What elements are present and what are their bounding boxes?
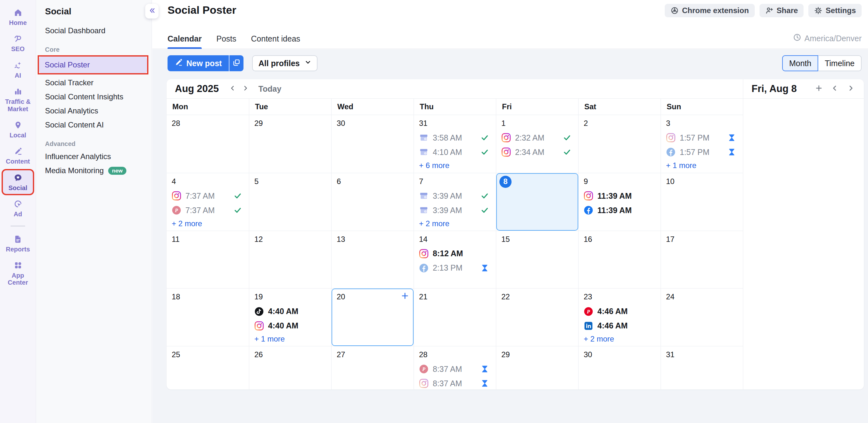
rail-item-reports[interactable]: Reports — [3, 232, 33, 255]
post-entry-google-business[interactable]: G3:39 AM — [419, 189, 491, 203]
rail-item-content[interactable]: Content — [3, 144, 33, 167]
post-entry-tiktok[interactable]: 4:40 AM — [254, 304, 327, 318]
day-cell-7[interactable]: 7G3:39 AMG3:39 AM+ 2 more — [413, 173, 496, 231]
view-toggle-month[interactable]: Month — [782, 55, 818, 71]
day-cell-5[interactable]: 5 — [249, 173, 331, 231]
post-entry-instagram[interactable]: 1:57 PM — [666, 131, 738, 145]
more-posts-link[interactable]: + 6 more — [419, 161, 491, 170]
post-entry-instagram[interactable]: 2:34 AM — [501, 145, 574, 160]
post-entry-facebook[interactable]: 1:57 PM — [666, 145, 738, 160]
day-cell-27[interactable]: 27 — [331, 346, 413, 390]
settings-button[interactable]: Settings — [808, 4, 862, 17]
add-post-button[interactable] — [401, 292, 409, 301]
rail-item-home[interactable]: Home — [3, 5, 33, 29]
sidebar-item-social-tracker[interactable]: Social Tracker — [45, 76, 152, 90]
day-cell-13[interactable]: 13 — [331, 231, 413, 288]
day-cell-25[interactable]: 25 — [166, 346, 249, 390]
post-entry-instagram[interactable]: 2:32 AM — [501, 131, 574, 145]
rail-item-ad[interactable]: Ad — [3, 196, 33, 220]
rail-item-seo[interactable]: SEO — [3, 31, 33, 55]
sidebar-item-social-dashboard[interactable]: Social Dashboard — [45, 24, 152, 38]
next-day-button[interactable] — [846, 84, 856, 94]
post-entry-instagram[interactable]: 4:40 AM — [254, 318, 327, 333]
next-month-button[interactable] — [240, 83, 251, 94]
day-cell-21[interactable]: 21 — [413, 288, 496, 346]
more-posts-link[interactable]: + 2 more — [419, 219, 491, 228]
timezone-value: America/Denver — [805, 34, 862, 43]
day-cell-4[interactable]: 47:37 AMP7:37 AM+ 2 more — [166, 173, 249, 231]
day-cell-28[interactable]: 28 — [166, 115, 249, 173]
sidebar-item-social-content-insights[interactable]: Social Content Insights — [45, 90, 152, 104]
day-cell-24[interactable]: 24 — [660, 288, 743, 346]
more-posts-link[interactable]: + 1 more — [666, 161, 738, 170]
sidebar-item-social-content-ai[interactable]: Social Content AI — [45, 118, 152, 132]
post-entry-instagram[interactable]: 11:39 AM — [584, 189, 656, 203]
day-cell-23[interactable]: 23P4:46 AM4:46 AM+ 2 more — [578, 288, 660, 346]
share-button[interactable]: Share — [760, 4, 804, 17]
profiles-dropdown[interactable]: All profiles — [252, 55, 317, 71]
rail-item-local[interactable]: Local — [3, 118, 33, 141]
prev-day-button[interactable] — [830, 84, 840, 94]
day-cell-8[interactable]: 8 — [496, 173, 578, 231]
day-cell-14[interactable]: 148:12 AM2:13 PM — [413, 231, 496, 288]
day-cell-16[interactable]: 16 — [578, 231, 660, 288]
day-cell-31[interactable]: 31G3:58 AMG4:10 AM+ 6 more — [413, 115, 496, 173]
post-entry-facebook[interactable]: 2:13 PM — [419, 261, 491, 275]
tab-calendar[interactable]: Calendar — [167, 28, 202, 49]
post-entry-pinterest[interactable]: P4:46 AM — [584, 304, 656, 318]
day-cell-29[interactable]: 29 — [249, 115, 331, 173]
post-entry-google-business[interactable]: G3:58 AM — [419, 131, 491, 145]
day-cell-19[interactable]: 194:40 AM4:40 AM+ 1 more — [249, 288, 331, 346]
post-entry-linkedin[interactable]: 4:46 AM — [584, 318, 656, 333]
rail-item-ai[interactable]: AI — [3, 58, 33, 82]
post-entry-instagram[interactable]: 8:37 AM — [419, 376, 491, 390]
post-time: 3:39 AM — [433, 206, 462, 215]
day-cell-1[interactable]: 12:32 AM2:34 AM — [496, 115, 578, 173]
view-toggle-timeline[interactable]: Timeline — [818, 55, 862, 71]
day-cell-17[interactable]: 17 — [660, 231, 743, 288]
chrome-extension-button[interactable]: Chrome extension — [665, 4, 754, 17]
tab-content-ideas[interactable]: Content ideas — [251, 28, 300, 49]
more-posts-link[interactable]: + 2 more — [584, 335, 656, 343]
day-cell-12[interactable]: 12 — [249, 231, 331, 288]
day-cell-11[interactable]: 11 — [166, 231, 249, 288]
day-cell-26[interactable]: 26 — [249, 346, 331, 390]
sidebar-item-influencer-analytics[interactable]: Influencer Analytics — [45, 149, 152, 164]
day-cell-29[interactable]: 29 — [496, 346, 578, 390]
day-cell-3[interactable]: 31:57 PM1:57 PM+ 1 more — [660, 115, 743, 173]
post-entry-instagram[interactable]: 8:12 AM — [419, 246, 491, 261]
post-entry-pinterest[interactable]: P8:37 AM — [419, 362, 491, 376]
prev-month-button[interactable] — [227, 83, 238, 94]
sidebar-item-media-monitoring[interactable]: Media Monitoringnew — [45, 164, 152, 178]
day-cell-20[interactable]: 20 — [331, 288, 413, 346]
tab-posts[interactable]: Posts — [216, 28, 237, 49]
day-cell-2[interactable]: 2 — [578, 115, 660, 173]
rail-item-social[interactable]: Social — [3, 170, 33, 194]
more-posts-link[interactable]: + 2 more — [172, 219, 244, 228]
sidebar-item-social-poster[interactable]: Social Poster — [39, 57, 147, 73]
day-cell-18[interactable]: 18 — [166, 288, 249, 346]
day-cell-22[interactable]: 22 — [496, 288, 578, 346]
sidebar-item-social-analytics[interactable]: Social Analytics — [45, 104, 152, 118]
rail-item-traffic-market[interactable]: Traffic & Market — [3, 84, 33, 115]
post-entry-pinterest[interactable]: P7:37 AM — [172, 203, 244, 218]
day-cell-30[interactable]: 30 — [331, 115, 413, 173]
day-cell-31[interactable]: 31 — [660, 346, 743, 390]
rail-item-app-center[interactable]: App Center — [3, 258, 33, 289]
duplicate-post-button[interactable] — [229, 55, 244, 71]
post-entry-instagram[interactable]: 7:37 AM — [172, 189, 244, 203]
post-entry-google-business[interactable]: G3:39 AM — [419, 203, 491, 218]
day-cell-10[interactable]: 10 — [660, 173, 743, 231]
sidebar-collapse-button[interactable] — [145, 4, 159, 19]
today-button[interactable]: Today — [258, 84, 281, 94]
day-cell-6[interactable]: 6 — [331, 173, 413, 231]
day-cell-9[interactable]: 911:39 AM11:39 AM — [578, 173, 660, 231]
day-cell-28[interactable]: 28P8:37 AM8:37 AM+ 2 more — [413, 346, 496, 390]
day-cell-15[interactable]: 15 — [496, 231, 578, 288]
post-entry-facebook[interactable]: 11:39 AM — [584, 203, 656, 218]
add-post-panel-button[interactable] — [814, 84, 824, 94]
new-post-button[interactable]: New post — [167, 55, 229, 71]
more-posts-link[interactable]: + 1 more — [254, 335, 327, 343]
day-cell-30[interactable]: 30 — [578, 346, 660, 390]
post-entry-google-business[interactable]: G4:10 AM — [419, 145, 491, 160]
